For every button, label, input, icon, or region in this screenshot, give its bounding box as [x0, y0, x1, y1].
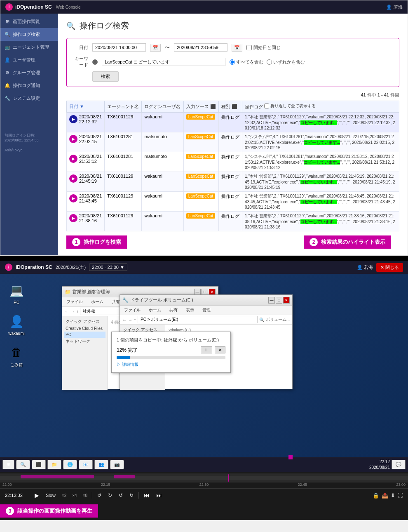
speed-x8-btn[interactable]: ×8 — [82, 493, 89, 498]
fullscreen-btn[interactable]: ⛶ — [398, 492, 403, 499]
task-view-btn[interactable]: ⬛ — [32, 460, 46, 469]
sidebar-item-log-notify[interactable]: 🔔 操作ログ通知 — [0, 79, 58, 92]
timeline-bar[interactable] — [0, 473, 408, 483]
play-btn[interactable]: ▶ — [69, 194, 77, 202]
sidebar-item-group-mgmt[interactable]: ⚙ グループ管理 — [0, 66, 58, 79]
nav-up-btn[interactable]: ↑ — [76, 309, 78, 314]
table-row[interactable]: ▶ 2020/08/2121:43:45 TX61001129 wakaumi … — [67, 192, 399, 212]
sidebar-item-screen-ops[interactable]: ⊞ 画面操作閲覧 — [0, 15, 58, 28]
nav-back-btn[interactable]: ← — [65, 309, 69, 314]
lock-btn[interactable]: 🔒 — [373, 492, 379, 499]
pause-copy-btn[interactable]: ⏸ — [201, 346, 212, 353]
win2-maximize-btn[interactable]: □ — [276, 297, 282, 304]
w2-nav-up[interactable]: ↑ — [134, 318, 136, 322]
video-time-range[interactable]: 22:00 - 23:00 ▼ — [89, 264, 127, 271]
replay-10s-btn[interactable]: ↺ — [96, 492, 103, 499]
log-notify-icon: 🔔 — [5, 83, 10, 89]
network-item[interactable]: ネットワーク — [64, 338, 106, 345]
speed-x4-btn[interactable]: ×4 — [71, 493, 78, 498]
table-row[interactable]: ▶ 2020/08/2122:02:15 TX61001281 matsumot… — [67, 132, 399, 152]
row-user: wakaumi — [142, 192, 183, 212]
pc-item[interactable]: PC — [64, 332, 106, 338]
sidebar-item-log-search[interactable]: 🔍 操作ログ検索 — [0, 28, 58, 41]
date-to-input[interactable] — [174, 43, 227, 52]
calendar-to-btn[interactable]: 📅 — [232, 44, 242, 52]
play-btn[interactable]: ▶ — [69, 174, 77, 183]
cc-files-item[interactable]: Creative Cloud Files — [64, 325, 106, 332]
table-row[interactable]: ▶ 2020/08/2122:12:32 TX61001129 wakaumi … — [67, 113, 399, 132]
sidebar-item-sys-settings[interactable]: 🔧 システム設定 — [0, 92, 58, 105]
sidebar-item-agent-mgmt[interactable]: 📺 エージェント管理 — [0, 41, 58, 54]
teams-taskbar-btn[interactable]: 👥 — [94, 460, 108, 469]
home-tab[interactable]: ホーム — [89, 298, 106, 306]
col-log[interactable]: 操作ログ 折り返して全て表示する — [242, 101, 399, 113]
close-video-btn[interactable]: ✕ 閉じる — [376, 263, 403, 272]
details-toggle[interactable]: ▷ 詳細情報 — [117, 362, 225, 367]
cancel-copy-btn[interactable]: ✕ — [215, 346, 225, 353]
results-count: 41 件中 1 - 41 件目 — [361, 92, 399, 98]
quick-access-item[interactable]: クイック アクセス — [64, 318, 106, 325]
col-user[interactable]: ログオンユーザ名 — [142, 101, 183, 113]
play-btn[interactable]: ▶ — [69, 155, 77, 163]
row-user: matsumoto — [142, 132, 183, 152]
w2-file-tab[interactable]: ファイル — [122, 306, 143, 314]
start-btn[interactable]: ⊞ — [2, 460, 14, 469]
fold-checkbox[interactable] — [264, 104, 269, 108]
timeline-segment-1 — [21, 475, 94, 478]
table-row[interactable]: ▶ 2020/08/2121:45:19 TX61001129 wakaumi … — [67, 172, 399, 192]
outlook-taskbar-btn[interactable]: 📧 — [79, 460, 93, 469]
prev-event-btn[interactable]: ⏮ — [142, 491, 151, 499]
nav-forward-btn[interactable]: → — [70, 309, 75, 314]
edge-taskbar-btn[interactable]: 🌐 — [63, 460, 77, 469]
replay-30s-btn[interactable]: ↺ — [117, 492, 124, 499]
w2-nav-back[interactable]: ← — [122, 318, 127, 322]
calendar-from-btn[interactable]: 📅 — [150, 44, 161, 52]
win2-minimize-btn[interactable]: — — [268, 297, 275, 304]
table-row[interactable]: ▶ 2020/08/2121:53:12 TX61001281 matsumot… — [67, 152, 399, 172]
w2-home-tab[interactable]: ホーム — [146, 306, 164, 314]
play-pause-btn[interactable]: ▶ — [33, 491, 41, 499]
col-agent[interactable]: エージェント名 — [105, 101, 142, 113]
forward-10s-btn[interactable]: ↻ — [106, 492, 114, 499]
desktop-icon-wakaumi[interactable]: 👤 wakaumi — [8, 313, 25, 336]
row-source: LanScopeCat — [183, 113, 218, 132]
logged-in-user: 若海 — [394, 4, 403, 10]
w2-nav-forward[interactable]: → — [128, 318, 132, 322]
date-from-input[interactable] — [92, 43, 146, 52]
share-btn[interactable]: 📤 — [382, 492, 388, 499]
search-button[interactable]: 検索 — [92, 71, 119, 82]
col-date[interactable]: 日付 ▼ — [67, 101, 105, 113]
same-start-label[interactable]: 開始日と同じ — [246, 45, 281, 51]
play-btn-active[interactable]: ▶ — [69, 115, 77, 123]
explorer-taskbar-btn[interactable]: 📁 — [47, 460, 61, 469]
sidebar-item-user-mgmt[interactable]: 👤 ユーザ管理 — [0, 54, 58, 66]
w2-share-tab[interactable]: 共有 — [167, 306, 180, 314]
video-app-name: iDOperation SC — [16, 264, 52, 270]
play-btn[interactable]: ▶ — [69, 135, 77, 143]
table-row[interactable]: ▶ 2020/08/2121:38:16 TX61001129 wakaumi … — [67, 212, 399, 231]
play-btn[interactable]: ▶ — [69, 214, 77, 222]
radio-any-option[interactable]: いずれかを含む — [267, 59, 305, 65]
forward-30s-btn[interactable]: ↻ — [128, 492, 135, 499]
desktop-icons: 💻 PC 👤 wakaumi 🗑 ごみ箱 — [8, 282, 25, 368]
annotation-1: 1 操作ログを検索 — [66, 235, 127, 249]
camera-taskbar-btn[interactable]: 📷 — [110, 460, 124, 469]
download-btn[interactable]: ⬇ — [391, 492, 395, 499]
same-start-checkbox[interactable] — [246, 45, 252, 50]
keyword-input[interactable] — [102, 58, 225, 66]
desktop-icon-recycle[interactable]: 🗑 ごみ箱 — [8, 344, 25, 368]
col-source[interactable]: 入力ソース ⬛ — [183, 101, 218, 113]
w2-manage-tab[interactable]: 管理 — [200, 306, 213, 314]
w2-view-tab[interactable]: 表示 — [183, 306, 197, 314]
radio-all-option[interactable]: すべてを含む — [230, 59, 263, 65]
sidebar-label-log-search: 操作ログ検索 — [13, 31, 40, 38]
speed-x2-btn[interactable]: ×2 — [61, 493, 68, 498]
search-taskbar-btn[interactable]: 🔍 — [16, 460, 30, 469]
next-event-btn[interactable]: ⏭ — [155, 491, 164, 499]
desktop-icon-pc[interactable]: 💻 PC — [8, 282, 25, 305]
notification-btn[interactable]: 💬 — [392, 460, 406, 469]
col-type[interactable]: 種別 ⬛ — [218, 101, 242, 113]
win2-close-btn[interactable]: ✕ — [283, 297, 290, 304]
file-tab[interactable]: ファイル — [64, 298, 85, 306]
slow-play-btn[interactable]: Slow — [44, 492, 57, 499]
